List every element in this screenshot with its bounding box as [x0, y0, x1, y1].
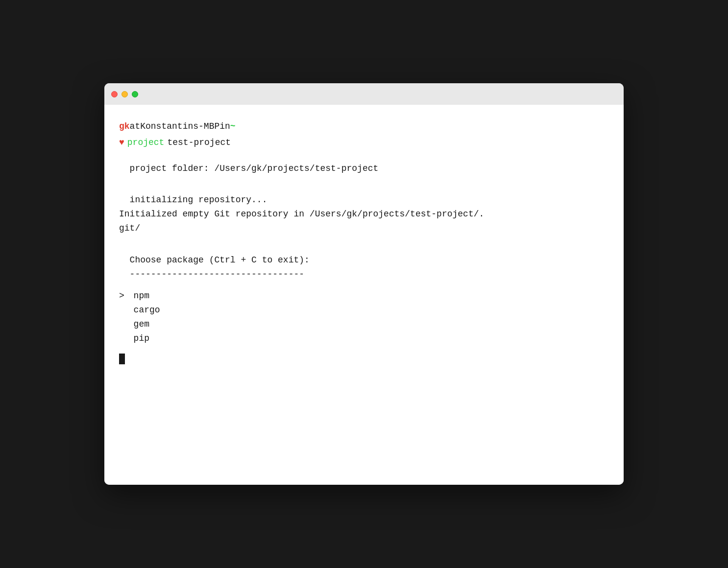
- prompt-at: at: [130, 119, 141, 134]
- titlebar: [104, 83, 624, 105]
- project-name: test-project: [167, 136, 231, 150]
- menu-item-cargo[interactable]: cargo: [119, 303, 609, 317]
- prompt-in: in: [219, 119, 230, 134]
- menu-label-pip: pip: [134, 331, 149, 346]
- terminal-window: gk at Konstantins-MBP in ~ ♥ project tes…: [104, 83, 624, 485]
- menu-spacer-gem: [119, 317, 130, 331]
- menu-label-cargo: cargo: [134, 303, 160, 317]
- arrow-icon: >: [119, 289, 130, 303]
- cursor-container: [119, 350, 609, 364]
- output-line-initializing: initializing repository...: [119, 193, 609, 207]
- minimize-button[interactable]: [121, 91, 128, 97]
- separator-line: ---------------------------------: [119, 267, 609, 282]
- prompt-line: gk at Konstantins-MBP in ~: [119, 119, 609, 134]
- menu-item-gem[interactable]: gem: [119, 317, 609, 331]
- prompt-directory: ~: [230, 119, 236, 134]
- project-label: project: [127, 136, 165, 150]
- menu-spacer-pip: [119, 331, 130, 346]
- heart-icon: ♥: [119, 136, 124, 150]
- output-line-git-init: Initialized empty Git repository in /Use…: [119, 207, 609, 221]
- output-block-init: initializing repository... Initialized e…: [119, 193, 609, 235]
- output-block-menu: Choose package (Ctrl + C to exit): -----…: [119, 253, 609, 282]
- menu-item-npm[interactable]: > npm: [119, 289, 609, 303]
- maximize-button[interactable]: [132, 91, 138, 97]
- prompt-username: gk: [119, 119, 130, 134]
- output-line-git-dir: git/: [119, 221, 609, 236]
- close-button[interactable]: [111, 91, 118, 97]
- cursor-block: [119, 354, 125, 364]
- terminal-body[interactable]: gk at Konstantins-MBP in ~ ♥ project tes…: [104, 105, 624, 485]
- menu-label-gem: gem: [134, 317, 149, 331]
- menu-label-npm: npm: [134, 289, 149, 303]
- menu-spacer: [119, 303, 130, 317]
- output-line-choose: Choose package (Ctrl + C to exit):: [119, 253, 609, 267]
- output-block: project folder: /Users/gk/projects/test-…: [119, 162, 609, 176]
- prompt-hostname: Konstantins-MBP: [140, 119, 219, 134]
- menu-item-pip[interactable]: pip: [119, 331, 609, 346]
- project-line: ♥ project test-project: [119, 136, 609, 150]
- output-line-folder: project folder: /Users/gk/projects/test-…: [119, 162, 609, 176]
